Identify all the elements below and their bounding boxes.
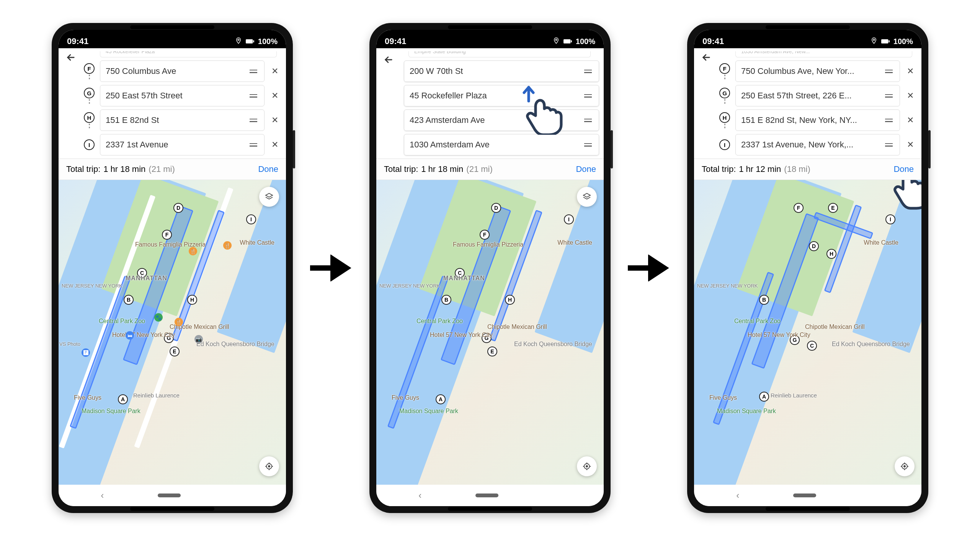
done-button[interactable]: Done — [258, 164, 278, 174]
map-marker-e[interactable]: E — [170, 346, 180, 356]
status-bar: 09:41 100% — [59, 30, 286, 48]
layers-button[interactable] — [577, 187, 597, 207]
stop-address-input[interactable]: 250 East 57th Street — [100, 85, 265, 106]
back-row — [65, 52, 76, 65]
map-marker-d[interactable]: D — [491, 203, 501, 213]
poi-icon[interactable]: 🅿 — [82, 348, 90, 357]
phone-notch-bottom — [448, 507, 532, 511]
back-icon[interactable] — [701, 57, 712, 64]
map-marker-i[interactable]: I — [885, 214, 895, 224]
stop-address-input[interactable]: 1030 Amsterdam Ave — [404, 134, 599, 155]
remove-stop-icon[interactable]: ✕ — [268, 115, 281, 125]
map-marker-f[interactable]: F — [480, 230, 490, 240]
svg-point-4 — [268, 466, 270, 467]
step-arrow-icon — [308, 245, 354, 291]
poi-hotel57: Hotel 57 New York City — [112, 332, 175, 338]
nav-back-icon[interactable]: ‹ — [101, 490, 104, 501]
poi-icon[interactable]: 🍴 — [175, 318, 183, 326]
phone-notch — [448, 25, 532, 29]
stop-address-text: 750 Columbus Ave — [106, 66, 244, 76]
poi-icon[interactable]: 🍴 — [189, 247, 197, 255]
map-marker-i[interactable]: I — [564, 214, 574, 224]
map[interactable]: D I F C B H G E A Famous Famiglia Pizzer… — [376, 180, 604, 485]
map-marker-i[interactable]: I — [246, 214, 256, 224]
drag-handle-icon[interactable] — [583, 119, 593, 122]
map-marker-f[interactable]: F — [794, 203, 804, 213]
map-marker-h[interactable]: H — [505, 295, 515, 305]
done-button[interactable]: Done — [893, 164, 914, 174]
status-right: 100% — [871, 37, 913, 46]
map-marker-e[interactable]: E — [828, 203, 838, 213]
drag-handle-icon[interactable] — [884, 70, 894, 73]
nav-home-pill[interactable] — [158, 494, 181, 497]
remove-stop-icon[interactable]: ✕ — [904, 115, 917, 125]
remove-stop-icon[interactable]: ✕ — [268, 140, 281, 150]
locate-me-button[interactable] — [895, 456, 915, 476]
nav-back-icon[interactable]: ‹ — [736, 490, 739, 501]
nav-home-pill[interactable] — [793, 494, 816, 497]
remove-stop-icon[interactable]: ✕ — [904, 66, 917, 76]
poi-madison: Madison Square Park — [399, 408, 458, 415]
map[interactable]: D I F C B H G E A Famous Famiglia Pizzer… — [59, 180, 286, 485]
map-marker-e[interactable]: E — [487, 346, 497, 356]
stop-address-input[interactable]: 200 W 70th St — [404, 60, 599, 82]
remove-stop-icon[interactable]: ✕ — [268, 66, 281, 76]
map-marker-f[interactable]: F — [162, 230, 172, 240]
waypoint-letter-icon: F — [719, 63, 730, 74]
drag-handle-icon[interactable] — [884, 143, 894, 147]
map-marker-d[interactable]: D — [173, 203, 183, 213]
stop-row-cutoff: 45 Rockefeller Plaza — [100, 51, 277, 57]
remove-stop-icon[interactable]: ✕ — [904, 140, 917, 150]
status-time: 09:41 — [385, 36, 406, 46]
stops-panel: Empire State Building 200 W 70th St45 Ro… — [376, 48, 604, 159]
drag-handle-icon[interactable] — [583, 70, 593, 73]
stop-address-input[interactable]: 2337 1st Avenue, New York,... — [735, 134, 900, 155]
map-marker-b[interactable]: B — [441, 295, 451, 305]
stop-address-input[interactable]: 423 Amsterdam Ave — [404, 109, 599, 131]
drag-handle-icon[interactable] — [248, 70, 259, 73]
poi-icon[interactable]: 🍴 — [223, 241, 232, 250]
nav-home-pill[interactable] — [475, 494, 498, 497]
poi-icon[interactable]: 📷 — [194, 335, 203, 343]
map-marker-b[interactable]: B — [759, 295, 769, 305]
poi-pizzeria: Famous Famiglia Pizzeria — [453, 241, 523, 248]
locate-me-button[interactable] — [577, 456, 597, 476]
drag-handle-icon[interactable] — [583, 143, 593, 147]
locate-me-button[interactable] — [259, 456, 279, 476]
map-marker-h[interactable]: H — [826, 249, 836, 259]
layers-button[interactable] — [259, 187, 279, 207]
remove-stop-icon[interactable]: ✕ — [268, 91, 281, 101]
stop-address-input[interactable]: 2337 1st Avenue — [100, 134, 265, 155]
stop-address-input[interactable]: 750 Columbus Ave — [100, 60, 265, 82]
map-marker-c[interactable]: C — [807, 341, 817, 351]
back-icon[interactable] — [383, 60, 394, 66]
done-button[interactable]: Done — [576, 164, 596, 174]
map-marker-d[interactable]: D — [809, 241, 819, 251]
stop-address-input[interactable]: 250 East 57th Street, 226 E... — [735, 85, 900, 106]
stop-address-input[interactable]: 151 E 82nd St, New York, NY... — [735, 109, 900, 131]
map[interactable]: F E I D H B G C A White Castle NEW JERSE… — [694, 180, 921, 485]
nav-back-icon[interactable]: ‹ — [418, 490, 421, 501]
map-marker-b[interactable]: B — [124, 295, 134, 305]
drag-handle-icon[interactable] — [583, 94, 593, 98]
remove-stop-icon[interactable]: ✕ — [904, 91, 917, 101]
svg-point-5 — [555, 39, 557, 40]
map-marker-a[interactable]: A — [118, 394, 128, 404]
drag-handle-icon[interactable] — [248, 119, 259, 122]
drag-handle-icon[interactable] — [884, 94, 894, 98]
map-marker-h[interactable]: H — [187, 295, 197, 305]
poi-icon[interactable]: 🐾 — [154, 313, 163, 322]
stop-address-input[interactable]: 151 E 82nd St — [100, 109, 265, 131]
stop-address-input[interactable]: 750 Columbus Ave, New Yor... — [735, 60, 900, 82]
drag-handle-icon[interactable] — [248, 94, 259, 98]
stop-address-input[interactable]: 45 Rockefeller Plaza — [404, 85, 599, 106]
svg-rect-11 — [881, 39, 888, 43]
back-icon[interactable] — [65, 52, 76, 65]
map-marker-a[interactable]: A — [759, 392, 769, 402]
map-marker-a[interactable]: A — [436, 394, 446, 404]
stops-panel: 1030 Amsterdam Ave, New... F750 Columbus… — [694, 48, 921, 159]
screen-1: 09:41 100% 45 Rockefeller Plaza F750 Col… — [59, 30, 286, 506]
drag-handle-icon[interactable] — [884, 119, 894, 122]
drag-handle-icon[interactable] — [248, 143, 259, 147]
poi-icon[interactable]: 🛏 — [126, 331, 134, 340]
